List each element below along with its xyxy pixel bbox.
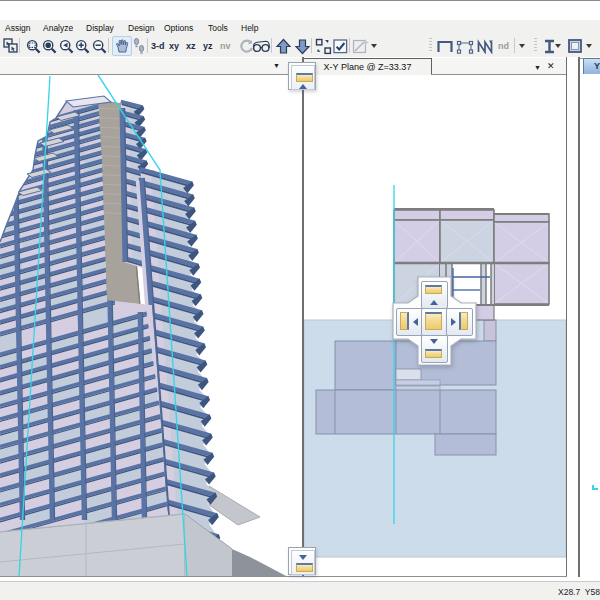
rubber-band-zoom-icon bbox=[25, 38, 42, 55]
left-triangle-icon bbox=[413, 318, 418, 326]
viewport-bottom-border bbox=[0, 576, 567, 577]
toolbar-button-draw-quick-frame[interactable] bbox=[456, 37, 474, 55]
viewport-side-partial[interactable]: Y bbox=[578, 57, 600, 577]
viewport-3d-title-strip: ▼ bbox=[0, 58, 302, 75]
menu-item-design[interactable]: Design bbox=[128, 22, 154, 34]
perspective-toggle-icon bbox=[252, 39, 271, 53]
toolbar-drag-handle bbox=[534, 38, 537, 53]
toolbar-button-rubber-band-zoom[interactable] bbox=[24, 37, 42, 55]
walk-through-icon bbox=[132, 38, 146, 54]
toolbar-separator bbox=[271, 38, 272, 53]
zoom-in-icon bbox=[74, 38, 91, 55]
viewport-menu-icon[interactable]: ▼ bbox=[273, 62, 280, 69]
toolbar-button-select-objects[interactable] bbox=[2, 37, 20, 55]
toolbar-button-assign-display-options[interactable] bbox=[352, 37, 370, 55]
toolbar-button-move-up-in-list[interactable] bbox=[274, 37, 292, 55]
toolbar-separator bbox=[311, 38, 312, 53]
toolbar-button-previous-zoom[interactable] bbox=[57, 37, 75, 55]
menu-item-help[interactable]: Help bbox=[241, 22, 258, 34]
assign-display-options-icon bbox=[352, 38, 370, 55]
3d-view-canvas[interactable] bbox=[0, 74, 302, 577]
toolbar-button-wall-section[interactable] bbox=[566, 37, 584, 55]
toolbar-button-shrink-objects[interactable] bbox=[314, 37, 332, 55]
toolbar-button-zoom-in[interactable] bbox=[74, 37, 92, 55]
dropdown-caret-icon[interactable] bbox=[519, 44, 525, 48]
plan-viewport-border bbox=[566, 57, 567, 577]
menu-item-analyze[interactable]: Analyze bbox=[43, 22, 73, 34]
menu-item-tools[interactable]: Tools bbox=[208, 22, 228, 34]
plan-close-icon[interactable]: ✕ bbox=[547, 60, 555, 72]
draw-frame-icon bbox=[436, 39, 454, 54]
toolbar-button-view-xy[interactable]: xy bbox=[169, 39, 179, 53]
draw-braces-icon bbox=[476, 39, 494, 54]
nav-pan-right-button[interactable] bbox=[446, 308, 473, 336]
plan-view-tab[interactable]: X-Y Plane @ Z=33.37 bbox=[304, 58, 432, 75]
plan-story-navigator bbox=[390, 275, 480, 370]
toolbar-button-move-down-in-list[interactable] bbox=[293, 37, 311, 55]
nav-pan-left-button[interactable] bbox=[396, 308, 423, 336]
plan-menu-icon[interactable]: ▼ bbox=[534, 62, 541, 74]
story-down-widget[interactable] bbox=[288, 547, 316, 575]
toolbar-button-zoom-out[interactable] bbox=[90, 37, 108, 55]
right-triangle-icon bbox=[451, 318, 456, 326]
story-preview-bar bbox=[425, 349, 442, 358]
toolbar-separator bbox=[349, 38, 350, 53]
viewport-3d-view[interactable]: ▼ bbox=[0, 57, 302, 577]
select-objects-icon bbox=[3, 38, 19, 54]
side-view-tab[interactable]: Y bbox=[583, 58, 600, 74]
shrink-objects-icon bbox=[315, 38, 332, 55]
toolbar-button-restore-full-view[interactable] bbox=[41, 37, 59, 55]
restore-full-view-icon bbox=[41, 38, 58, 55]
story-preview-bar bbox=[425, 285, 442, 294]
toolbar-separator bbox=[147, 38, 148, 53]
frame-section-icon bbox=[543, 39, 556, 54]
plan-title-strip: X-Y Plane @ Z=33.37 ▼ ✕ bbox=[304, 58, 566, 74]
window-title-bar bbox=[0, 0, 600, 21]
toolbar-button-view-nv[interactable]: nv bbox=[220, 39, 231, 53]
move-up-in-list-icon bbox=[275, 38, 292, 55]
toolbar-button-perspective-toggle[interactable] bbox=[252, 37, 270, 55]
down-triangle-icon bbox=[430, 339, 438, 344]
move-down-in-list-icon bbox=[294, 38, 311, 55]
menu-item-assign[interactable]: Assign bbox=[5, 22, 31, 34]
check-model-icon bbox=[333, 39, 348, 54]
toolbar-button-view-xz[interactable]: xz bbox=[186, 39, 196, 53]
etabs-application-window: { "menubar": { "items": [ { "label": "As… bbox=[0, 0, 600, 600]
draw-quick-frame-icon bbox=[456, 39, 474, 54]
nav-story-down-button[interactable] bbox=[421, 335, 448, 363]
dropdown-caret-icon[interactable] bbox=[371, 44, 377, 48]
side-canvas-mark bbox=[580, 75, 600, 575]
pan-icon bbox=[114, 38, 130, 54]
3d-building-render bbox=[0, 74, 302, 577]
workspace: ▼ X-Y Plane @ Z=33.37 ▼ ✕ Y bbox=[0, 57, 600, 581]
toolbar-button-check-model[interactable] bbox=[331, 37, 349, 55]
wall-section-icon bbox=[567, 38, 583, 54]
toolbar-button-walk-through[interactable] bbox=[130, 37, 148, 55]
toolbar-drag-handle bbox=[429, 38, 432, 53]
story-preview-bar bbox=[459, 312, 468, 330]
menu-bar: AssignAnalyzeDisplayDesignOptionsToolsHe… bbox=[0, 20, 600, 36]
nav-story-up-button[interactable] bbox=[421, 281, 448, 309]
dropdown-caret-icon[interactable] bbox=[586, 44, 592, 48]
menu-item-options[interactable]: Options bbox=[164, 22, 193, 34]
story-preview-bar bbox=[425, 312, 442, 330]
toolbar-button-draw-frame[interactable] bbox=[436, 37, 454, 55]
story-widget-inner-panel bbox=[291, 65, 315, 90]
nav-current-story-button[interactable] bbox=[421, 308, 448, 336]
up-triangle-icon bbox=[430, 300, 438, 305]
story-up-widget[interactable] bbox=[288, 62, 316, 90]
cursor-coordinates: X28.7 Y58. bbox=[558, 587, 600, 597]
menu-item-display[interactable]: Display bbox=[86, 22, 114, 34]
toolbar-button-draw-nd[interactable]: nd bbox=[498, 39, 509, 53]
dropdown-caret-icon[interactable] bbox=[555, 44, 561, 48]
toolbar-button-draw-braces[interactable] bbox=[476, 37, 494, 55]
toolbar-separator bbox=[514, 38, 515, 53]
toolbar-separator bbox=[108, 38, 109, 53]
up-triangle-icon bbox=[299, 84, 307, 89]
toolbar-button-pan[interactable] bbox=[112, 36, 132, 56]
toolbar-button-view-3d[interactable]: 3-d bbox=[151, 39, 165, 53]
previous-zoom-icon bbox=[58, 38, 75, 55]
toolbar-button-view-yz[interactable]: yz bbox=[203, 39, 213, 53]
toolbar: 3-dxyxzyznvnd bbox=[0, 36, 600, 58]
toolbar-separator bbox=[19, 38, 20, 53]
